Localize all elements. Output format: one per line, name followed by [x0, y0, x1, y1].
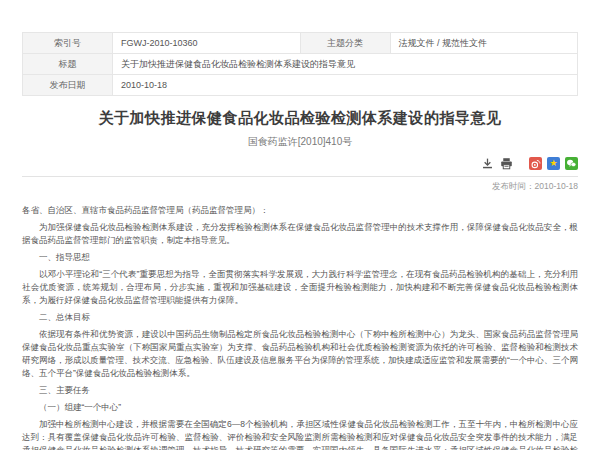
qzone-share-icon[interactable]: ★ [547, 157, 560, 170]
section-heading: 三、主要任务 [22, 384, 578, 397]
wechat-share-icon[interactable] [565, 157, 578, 170]
paragraph: 为加强保健食品化妆品检验检测体系建设，充分发挥检验检测体系在保健食品化妆品监督管… [22, 221, 578, 247]
weibo-share-icon[interactable] [529, 157, 542, 170]
paragraph: 各省、自治区、直辖市食品药品监督管理局（药品监督管理局）： [22, 204, 578, 217]
subsection-heading: （一）组建“一个中心” [22, 401, 578, 414]
table-row: 发布日期 2010-10-18 [23, 75, 578, 96]
category-value-cell: 法规文件 / 规范性文件 [390, 33, 578, 54]
document-page: 索引号 FGWJ-2010-10360 主题分类 法规文件 / 规范性文件 标题… [0, 0, 600, 450]
paragraph: 加强中检所检测中心建设，并根据需要在全国确定6—8个检验机构，承担区域性保健食品… [22, 418, 578, 450]
document-content: 索引号 FGWJ-2010-10360 主题分类 法规文件 / 规范性文件 标题… [22, 32, 578, 450]
table-row: 索引号 FGWJ-2010-10360 主题分类 法规文件 / 规范性文件 [23, 33, 578, 54]
publish-time: 发布时间：2010-10-18 [22, 181, 578, 193]
index-value-cell: FGWJ-2010-10360 [113, 33, 301, 54]
date-value-cell: 2010-10-18 [113, 75, 578, 96]
category-label-cell: 主题分类 [300, 33, 390, 54]
download-icon[interactable] [480, 156, 494, 170]
title-label-cell: 标题 [23, 54, 113, 75]
print-icon[interactable] [499, 156, 513, 170]
paragraph: 以邓小平理论和“三个代表”重要思想为指导，全面贯彻落实科学发展观，大力践行科学监… [22, 268, 578, 307]
document-body: 各省、自治区、直辖市食品药品监督管理局（药品监督管理局）： 为加强保健食品化妆品… [22, 204, 578, 450]
paragraph: 依据现有条件和优势资源，建设以中国药品生物制品检定所食品化妆品检验检测中心（下称… [22, 328, 578, 380]
page-title: 关于加快推进保健食品化妆品检验检测体系建设的指导意见 [22, 109, 578, 128]
publish-time-value: 2010-10-18 [535, 181, 578, 191]
info-table: 索引号 FGWJ-2010-10360 主题分类 法规文件 / 规范性文件 标题… [22, 32, 578, 96]
title-value-cell: 关于加快推进保健食品化妆品检验检测体系建设的指导意见 [113, 54, 578, 75]
section-heading: 二、总体目标 [22, 311, 578, 324]
date-label-cell: 发布日期 [23, 75, 113, 96]
table-row: 标题 关于加快推进保健食品化妆品检验检测体系建设的指导意见 [23, 54, 578, 75]
toolbar: ★ [22, 156, 578, 177]
publish-time-label: 发布时间： [492, 181, 535, 191]
index-label-cell: 索引号 [23, 33, 113, 54]
section-heading: 一、指导思想 [22, 251, 578, 264]
doc-number: 国食药监许[2010]410号 [22, 135, 578, 149]
